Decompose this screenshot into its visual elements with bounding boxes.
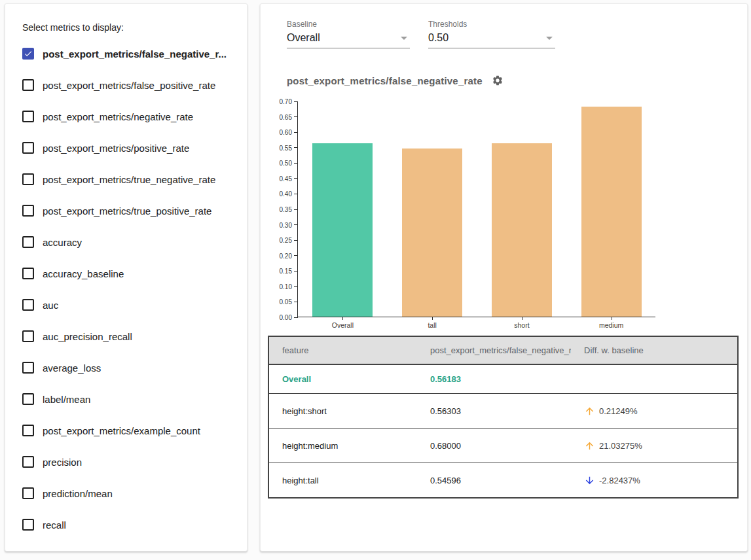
metric-checkbox-item[interactable]: post_export_metrics/true_negative_rate (22, 164, 234, 195)
diff-cell (571, 364, 738, 394)
y-axis-tick-label: 0.65 (280, 113, 292, 120)
y-axis-tick-mark (294, 271, 298, 271)
y-axis-tick-mark (294, 317, 298, 318)
diff-cell: -2.82437% (571, 463, 738, 499)
metric-label: post_export_metrics/positive_rate (43, 143, 189, 154)
checkbox-icon[interactable] (22, 519, 34, 531)
y-axis-tick-label: 0.40 (280, 190, 292, 198)
feature-cell: height:short (268, 394, 417, 429)
metric-detail-panel: Baseline Overall Thresholds 0.50 post_ex… (260, 3, 748, 551)
metric-label: post_export_metrics/true_positive_rate (43, 205, 211, 217)
header-feature: feature (268, 336, 417, 364)
checkbox-icon[interactable] (22, 362, 34, 374)
checkbox-icon[interactable] (22, 425, 34, 436)
thresholds-label: Thresholds (428, 20, 555, 29)
checkbox-icon[interactable] (22, 268, 34, 279)
table-row[interactable]: Overall 0.56183 (268, 364, 738, 394)
diff-cell: 21.03275% (571, 429, 738, 463)
table-row[interactable]: height:medium 0.68000 21.03275% (268, 429, 738, 463)
checkbox-icon[interactable] (22, 48, 34, 60)
metric-checkbox-item[interactable]: post_export_metrics/true_positive_rate (22, 195, 234, 226)
table-row[interactable]: height:short 0.56303 0.21249% (268, 394, 738, 429)
diff-cell: 0.21249% (571, 394, 738, 429)
bar-Overall[interactable] (312, 143, 373, 317)
metric-label: post_export_metrics/false_negative_r... (43, 48, 227, 60)
checkbox-icon[interactable] (22, 111, 34, 122)
metric-checkbox-item[interactable]: post_export_metrics/example_count (22, 415, 234, 446)
metric-checkbox-item[interactable]: recall (22, 509, 234, 540)
y-axis-tick-mark (294, 209, 298, 210)
metric-value-cell: 0.54596 (417, 463, 571, 499)
metric-checkbox-item[interactable]: auc_precision_recall (22, 321, 234, 352)
checkbox-icon[interactable] (22, 330, 34, 342)
chart-plot-area: 0.000.050.100.150.200.250.300.350.400.45… (297, 101, 655, 317)
metric-label: post_export_metrics/example_count (43, 425, 200, 436)
metric-checkbox-item[interactable]: post_export_metrics/false_negative_r... (22, 38, 234, 69)
y-axis-tick-label: 0.55 (280, 144, 292, 151)
bar-medium[interactable] (581, 107, 642, 317)
y-axis-tick-mark (294, 240, 298, 241)
table-header-row: feature post_export_metrics/false_negati… (268, 336, 738, 364)
gear-icon[interactable] (492, 75, 504, 86)
metric-checkbox-item[interactable]: accuracy (22, 226, 234, 258)
metric-checkbox-item[interactable]: post_export_metrics/negative_rate (22, 101, 234, 132)
baseline-label: Baseline (287, 20, 410, 29)
y-axis-tick-label: 0.25 (280, 237, 292, 244)
metric-checkbox-item[interactable]: precision (22, 446, 234, 478)
metric-label: accuracy_baseline (43, 268, 124, 279)
x-axis-tick-label: Overall (332, 321, 354, 329)
baseline-select[interactable]: Baseline Overall (287, 20, 410, 48)
y-axis-tick-mark (294, 286, 298, 287)
y-axis-tick-mark (294, 147, 298, 148)
checkbox-icon[interactable] (22, 142, 34, 154)
metric-value-cell: 0.56183 (417, 364, 571, 394)
metric-checkbox-item[interactable]: average_loss (22, 352, 234, 383)
metric-checkbox-item[interactable]: label/mean (22, 383, 234, 415)
checkbox-icon[interactable] (22, 487, 34, 499)
metric-label: average_loss (43, 362, 101, 374)
metric-checkbox-item[interactable]: accuracy_baseline (22, 258, 234, 289)
checkbox-icon[interactable] (22, 236, 34, 248)
thresholds-value: 0.50 (428, 32, 449, 43)
baseline-value: Overall (287, 32, 320, 43)
y-axis-tick-label: 0.30 (280, 221, 292, 228)
table-row[interactable]: height:tall 0.54596 -2.82437% (268, 463, 738, 499)
metric-value-cell: 0.68000 (417, 429, 571, 463)
y-axis-tick-label: 0.15 (280, 268, 292, 275)
bar-chart: 0.000.050.100.150.200.250.300.350.400.45… (278, 95, 684, 326)
checkbox-icon[interactable] (22, 299, 34, 311)
diff-arrow-icon (584, 406, 595, 417)
metric-checkbox-item[interactable]: post_export_metrics/positive_rate (22, 132, 234, 164)
checkbox-icon[interactable] (22, 79, 34, 91)
x-axis-tick-label: tall (428, 321, 436, 329)
bar-short[interactable] (492, 143, 552, 317)
metric-checkbox-item[interactable]: auc (22, 289, 234, 321)
diff-value: 0.21249% (599, 406, 638, 416)
y-axis-tick-label: 0.05 (280, 298, 292, 306)
feature-cell: height:medium (268, 429, 417, 463)
x-axis-tick-mark (432, 317, 433, 320)
checkbox-icon[interactable] (22, 456, 34, 468)
chevron-down-icon (401, 37, 407, 40)
header-metric: post_export_metrics/false_negative_rat..… (417, 336, 571, 364)
y-axis-tick-mark (294, 255, 298, 256)
checkbox-icon[interactable] (22, 205, 34, 217)
metric-label: label/mean (43, 394, 90, 405)
checkbox-icon[interactable] (22, 173, 34, 185)
y-axis-tick-mark (294, 163, 298, 164)
metric-checkbox-item[interactable]: post_export_metrics/false_positive_rate (22, 69, 234, 101)
bar-tall[interactable] (402, 149, 462, 317)
metric-checkbox-item[interactable]: prediction/mean (22, 478, 234, 509)
x-axis-tick-mark (342, 317, 343, 320)
y-axis-tick-label: 0.35 (280, 206, 292, 213)
metric-label: auc (43, 300, 58, 311)
x-axis-tick-label: medium (599, 321, 623, 329)
y-axis-tick-mark (294, 194, 298, 194)
diff-arrow-icon (584, 475, 595, 486)
thresholds-select[interactable]: Thresholds 0.50 (428, 20, 555, 48)
header-diff: Diff. w. baseline (571, 336, 738, 364)
checkbox-icon[interactable] (22, 393, 34, 405)
y-axis-tick-mark (294, 132, 298, 133)
y-axis-tick-label: 0.00 (280, 314, 292, 321)
metric-label: post_export_metrics/true_negative_rate (43, 174, 215, 185)
